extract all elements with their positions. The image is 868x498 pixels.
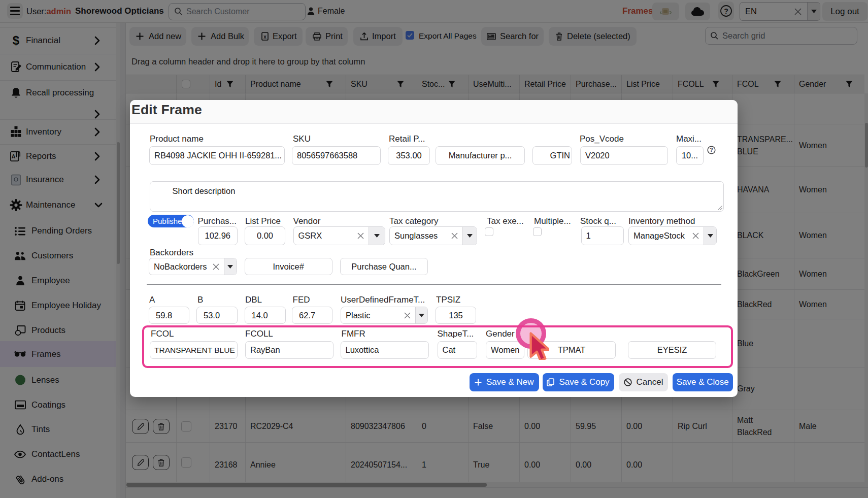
svg-text:?: ?	[710, 147, 713, 153]
